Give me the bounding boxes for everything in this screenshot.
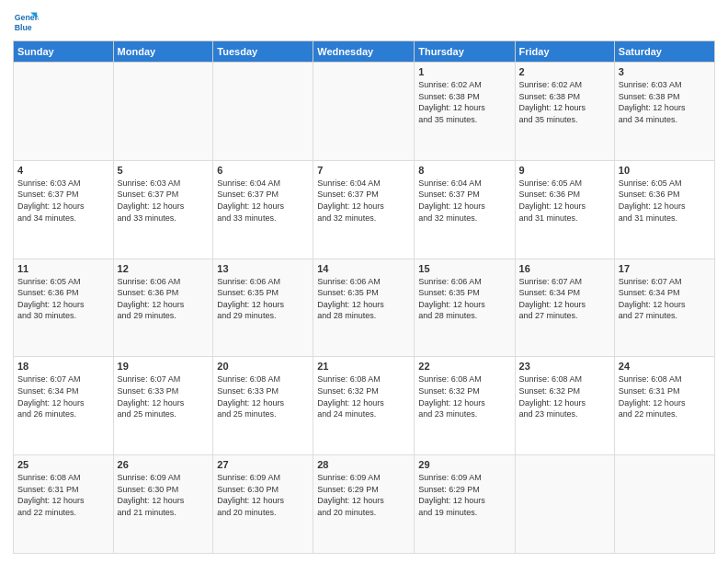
day-info: Sunrise: 6:05 AM Sunset: 6:36 PM Dayligh…: [519, 178, 610, 224]
day-info: Sunrise: 6:07 AM Sunset: 6:34 PM Dayligh…: [619, 276, 711, 322]
day-cell: [14, 63, 114, 161]
day-cell: 23Sunrise: 6:08 AM Sunset: 6:32 PM Dayli…: [515, 357, 614, 455]
day-cell: 29Sunrise: 6:09 AM Sunset: 6:29 PM Dayli…: [415, 455, 515, 554]
day-number: 18: [17, 361, 109, 372]
day-number: 23: [519, 361, 610, 372]
day-info: Sunrise: 6:09 AM Sunset: 6:29 PM Dayligh…: [418, 472, 510, 518]
day-info: Sunrise: 6:05 AM Sunset: 6:36 PM Dayligh…: [619, 178, 711, 224]
day-info: Sunrise: 6:02 AM Sunset: 6:38 PM Dayligh…: [418, 79, 510, 125]
day-cell: 7Sunrise: 6:04 AM Sunset: 6:37 PM Daylig…: [313, 160, 415, 259]
day-info: Sunrise: 6:07 AM Sunset: 6:34 PM Dayligh…: [519, 276, 610, 322]
week-row-2: 4Sunrise: 6:03 AM Sunset: 6:37 PM Daylig…: [14, 160, 715, 259]
day-cell: 22Sunrise: 6:08 AM Sunset: 6:32 PM Dayli…: [415, 357, 515, 455]
day-cell: [213, 63, 313, 161]
day-number: 11: [17, 263, 109, 274]
day-number: 10: [619, 165, 711, 176]
day-cell: 13Sunrise: 6:06 AM Sunset: 6:35 PM Dayli…: [213, 259, 313, 357]
day-number: 9: [519, 165, 610, 176]
day-cell: 1Sunrise: 6:02 AM Sunset: 6:38 PM Daylig…: [415, 63, 515, 161]
col-header-saturday: Saturday: [614, 41, 714, 63]
col-header-tuesday: Tuesday: [213, 41, 313, 63]
week-row-3: 11Sunrise: 6:05 AM Sunset: 6:36 PM Dayli…: [14, 259, 715, 357]
header-row: SundayMondayTuesdayWednesdayThursdayFrid…: [14, 41, 715, 63]
col-header-sunday: Sunday: [14, 41, 114, 63]
col-header-thursday: Thursday: [415, 41, 515, 63]
col-header-friday: Friday: [515, 41, 614, 63]
day-number: 26: [118, 459, 210, 470]
day-number: 16: [519, 263, 610, 274]
day-info: Sunrise: 6:08 AM Sunset: 6:33 PM Dayligh…: [217, 373, 309, 419]
calendar-table: SundayMondayTuesdayWednesdayThursdayFrid…: [13, 40, 715, 554]
day-info: Sunrise: 6:08 AM Sunset: 6:31 PM Dayligh…: [17, 472, 109, 518]
day-number: 8: [418, 165, 510, 176]
day-info: Sunrise: 6:06 AM Sunset: 6:36 PM Dayligh…: [118, 276, 210, 322]
day-cell: 6Sunrise: 6:04 AM Sunset: 6:37 PM Daylig…: [213, 160, 313, 259]
day-cell: 11Sunrise: 6:05 AM Sunset: 6:36 PM Dayli…: [14, 259, 114, 357]
day-info: Sunrise: 6:06 AM Sunset: 6:35 PM Dayligh…: [418, 276, 510, 322]
day-info: Sunrise: 6:09 AM Sunset: 6:30 PM Dayligh…: [217, 472, 309, 518]
day-number: 17: [619, 263, 711, 274]
week-row-5: 25Sunrise: 6:08 AM Sunset: 6:31 PM Dayli…: [14, 455, 715, 554]
day-cell: 8Sunrise: 6:04 AM Sunset: 6:37 PM Daylig…: [415, 160, 515, 259]
day-number: 25: [17, 459, 109, 470]
day-cell: 26Sunrise: 6:09 AM Sunset: 6:30 PM Dayli…: [113, 455, 213, 554]
day-number: 22: [418, 361, 510, 372]
day-cell: 24Sunrise: 6:08 AM Sunset: 6:31 PM Dayli…: [614, 357, 714, 455]
day-number: 7: [317, 165, 410, 176]
day-cell: [113, 63, 213, 161]
day-number: 20: [217, 361, 309, 372]
day-info: Sunrise: 6:08 AM Sunset: 6:32 PM Dayligh…: [317, 373, 410, 419]
day-info: Sunrise: 6:04 AM Sunset: 6:37 PM Dayligh…: [317, 178, 410, 224]
day-cell: 21Sunrise: 6:08 AM Sunset: 6:32 PM Dayli…: [313, 357, 415, 455]
day-cell: 10Sunrise: 6:05 AM Sunset: 6:36 PM Dayli…: [614, 160, 714, 259]
day-number: 13: [217, 263, 309, 274]
day-info: Sunrise: 6:09 AM Sunset: 6:29 PM Dayligh…: [317, 472, 410, 518]
day-cell: 17Sunrise: 6:07 AM Sunset: 6:34 PM Dayli…: [614, 259, 714, 357]
logo: General Blue: [13, 9, 42, 35]
col-header-wednesday: Wednesday: [313, 41, 415, 63]
day-info: Sunrise: 6:03 AM Sunset: 6:37 PM Dayligh…: [17, 178, 109, 224]
day-number: 6: [217, 165, 309, 176]
logo-icon: General Blue: [13, 9, 39, 35]
day-number: 21: [317, 361, 410, 372]
day-cell: 15Sunrise: 6:06 AM Sunset: 6:35 PM Dayli…: [415, 259, 515, 357]
day-number: 5: [118, 165, 210, 176]
day-cell: 20Sunrise: 6:08 AM Sunset: 6:33 PM Dayli…: [213, 357, 313, 455]
day-cell: 16Sunrise: 6:07 AM Sunset: 6:34 PM Dayli…: [515, 259, 614, 357]
svg-text:Blue: Blue: [15, 23, 32, 32]
day-number: 29: [418, 459, 510, 470]
day-info: Sunrise: 6:02 AM Sunset: 6:38 PM Dayligh…: [519, 79, 610, 125]
day-info: Sunrise: 6:09 AM Sunset: 6:30 PM Dayligh…: [118, 472, 210, 518]
day-info: Sunrise: 6:04 AM Sunset: 6:37 PM Dayligh…: [217, 178, 309, 224]
day-info: Sunrise: 6:08 AM Sunset: 6:32 PM Dayligh…: [418, 373, 510, 419]
day-number: 24: [619, 361, 711, 372]
day-info: Sunrise: 6:04 AM Sunset: 6:37 PM Dayligh…: [418, 178, 510, 224]
week-row-1: 1Sunrise: 6:02 AM Sunset: 6:38 PM Daylig…: [14, 63, 715, 161]
day-cell: 25Sunrise: 6:08 AM Sunset: 6:31 PM Dayli…: [14, 455, 114, 554]
day-cell: 27Sunrise: 6:09 AM Sunset: 6:30 PM Dayli…: [213, 455, 313, 554]
week-row-4: 18Sunrise: 6:07 AM Sunset: 6:34 PM Dayli…: [14, 357, 715, 455]
day-info: Sunrise: 6:03 AM Sunset: 6:37 PM Dayligh…: [118, 178, 210, 224]
day-info: Sunrise: 6:08 AM Sunset: 6:32 PM Dayligh…: [519, 373, 610, 419]
day-cell: 14Sunrise: 6:06 AM Sunset: 6:35 PM Dayli…: [313, 259, 415, 357]
day-number: 12: [118, 263, 210, 274]
day-cell: [614, 455, 714, 554]
day-info: Sunrise: 6:06 AM Sunset: 6:35 PM Dayligh…: [217, 276, 309, 322]
day-info: Sunrise: 6:08 AM Sunset: 6:31 PM Dayligh…: [619, 373, 711, 419]
day-number: 15: [418, 263, 510, 274]
day-cell: 3Sunrise: 6:03 AM Sunset: 6:38 PM Daylig…: [614, 63, 714, 161]
day-cell: 28Sunrise: 6:09 AM Sunset: 6:29 PM Dayli…: [313, 455, 415, 554]
day-info: Sunrise: 6:07 AM Sunset: 6:34 PM Dayligh…: [17, 373, 109, 419]
header: General Blue: [13, 9, 715, 35]
day-info: Sunrise: 6:03 AM Sunset: 6:38 PM Dayligh…: [619, 79, 711, 125]
day-number: 19: [118, 361, 210, 372]
day-info: Sunrise: 6:07 AM Sunset: 6:33 PM Dayligh…: [118, 373, 210, 419]
day-number: 28: [317, 459, 410, 470]
day-info: Sunrise: 6:05 AM Sunset: 6:36 PM Dayligh…: [17, 276, 109, 322]
day-cell: [515, 455, 614, 554]
day-number: 1: [418, 66, 510, 77]
day-cell: 19Sunrise: 6:07 AM Sunset: 6:33 PM Dayli…: [113, 357, 213, 455]
day-cell: 5Sunrise: 6:03 AM Sunset: 6:37 PM Daylig…: [113, 160, 213, 259]
col-header-monday: Monday: [113, 41, 213, 63]
day-cell: 2Sunrise: 6:02 AM Sunset: 6:38 PM Daylig…: [515, 63, 614, 161]
